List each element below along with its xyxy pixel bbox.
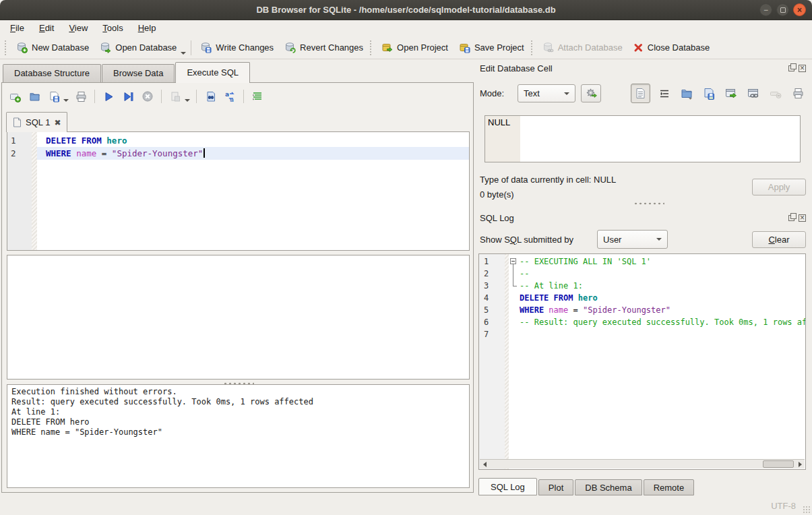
open-database-button[interactable]: Open Database (94, 40, 182, 55)
clear-log-button[interactable]: Clear (752, 231, 806, 248)
open-project-button[interactable]: Open Project (376, 40, 454, 55)
dock-splitter-handle[interactable] (633, 202, 664, 206)
sql-log-filter-value: User (603, 235, 651, 245)
tab-remote[interactable]: Remote (644, 479, 695, 495)
new-sql-tab-button[interactable] (6, 88, 24, 105)
toolbar-drag-handle[interactable] (531, 40, 533, 55)
float-dock-icon[interactable] (788, 65, 794, 71)
tab-db-schema[interactable]: DB Schema (575, 479, 642, 495)
tab-execute-sql[interactable]: Execute SQL (175, 62, 250, 83)
open-sql-file-button[interactable] (26, 88, 43, 105)
menu-view[interactable]: View (61, 20, 95, 36)
results-grid-pane[interactable] (7, 255, 470, 380)
sql-editor[interactable]: 12 DELETE FROM heroWHERE name = "Spider-… (7, 131, 470, 251)
statusbar: UTF-8 (0, 497, 812, 515)
write-changes-button[interactable]: Write Changes (195, 40, 279, 55)
write-changes-icon (200, 42, 212, 53)
save-sql-dropdown-icon[interactable] (63, 99, 69, 102)
sql-log-filter-select[interactable]: User (597, 230, 668, 249)
revert-changes-icon (284, 42, 296, 53)
stop-execution-button (139, 88, 156, 105)
text-mode-toggle[interactable] (631, 84, 650, 103)
mode-select[interactable]: Text (518, 84, 575, 102)
resize-grip[interactable] (803, 506, 810, 513)
toolbar-drag-handle[interactable] (5, 40, 7, 55)
scroll-left-icon[interactable] (480, 460, 489, 468)
cell-value-editor[interactable]: NULL (485, 115, 801, 162)
log-line-numbers: 1234567 (479, 255, 505, 340)
message-line: Result: query executed successfully. Too… (11, 397, 465, 407)
word-wrap-icon[interactable] (656, 86, 673, 102)
attach-database-icon (542, 42, 554, 53)
cell-value-text: NULL (488, 117, 510, 127)
maximize-icon[interactable] (776, 3, 789, 16)
horizontal-scrollbar[interactable] (480, 459, 805, 468)
execution-message-pane[interactable]: Execution finished without errors.Result… (7, 384, 470, 488)
close-sql-tab-icon[interactable]: ✖ (54, 119, 61, 127)
menu-help[interactable]: Help (131, 20, 164, 36)
export-cell-icon[interactable] (723, 86, 739, 102)
save-sql-file-button[interactable] (45, 88, 63, 105)
scrollbar-thumb[interactable] (763, 460, 794, 468)
code-line[interactable]: -- (509, 268, 805, 280)
close-database-button[interactable]: Close Database (628, 40, 716, 55)
close-dock-icon[interactable]: × (799, 65, 806, 72)
sql-log-filter-label: Show SQL submitted by (480, 235, 573, 245)
code-line[interactable]: DELETE FROM hero (37, 134, 469, 147)
open-database-dropdown-icon[interactable] (181, 52, 186, 55)
sql-editor-toolbar: aa (6, 87, 266, 106)
svg-text:a: a (225, 91, 229, 98)
sql-file-icon (13, 117, 22, 127)
float-dock-icon[interactable] (788, 215, 794, 221)
code-line[interactable]: -- Result: query executed successfully. … (509, 316, 805, 328)
save-cell-icon[interactable] (701, 86, 717, 102)
message-line: WHERE name = "Spider-Youngster" (11, 427, 465, 437)
maximize-glyph (780, 7, 786, 13)
code-line[interactable]: WHERE name = "Spider-Youngster" (509, 304, 805, 316)
save-results-button (166, 88, 184, 105)
tab-sql-log[interactable]: SQL Log (478, 478, 537, 495)
editor-gutter-divider (32, 132, 37, 250)
open-database-label: Open Database (115, 42, 177, 53)
close-icon[interactable]: × (793, 3, 806, 16)
code-line[interactable]: DELETE FROM hero (509, 292, 805, 304)
toolbar-drag-handle[interactable] (370, 40, 372, 55)
revert-changes-button[interactable]: Revert Changes (279, 40, 369, 55)
find-replace-button[interactable]: aa (221, 88, 239, 105)
log-code-lines[interactable]: -- EXECUTING ALL IN 'SQL 1'---- At line … (509, 255, 805, 458)
execute-line-button[interactable] (119, 88, 137, 105)
toolbar-separator (94, 90, 95, 103)
tab-database-structure[interactable]: Database Structure (3, 64, 101, 82)
find-button[interactable] (201, 88, 219, 105)
menu-file[interactable]: File (3, 20, 32, 36)
sql-doc-tab[interactable]: SQL 1 ✖ (6, 112, 67, 132)
new-database-button[interactable]: New Database (11, 40, 94, 55)
menu-edit[interactable]: Edit (32, 20, 61, 36)
open-url-link-icon[interactable] (745, 86, 761, 102)
sql-log-dock-titlebar: SQL Log × (480, 212, 806, 224)
line-number: 3 (479, 280, 505, 292)
sql-log-pane[interactable]: 1234567 -- EXECUTING ALL IN 'SQL 1'---- … (478, 253, 806, 470)
print-cell-icon[interactable] (790, 86, 806, 102)
code-line[interactable]: -- EXECUTING ALL IN 'SQL 1' (509, 255, 805, 268)
code-line[interactable]: -- At line 1: (509, 280, 805, 292)
tab-plot[interactable]: Plot (538, 479, 573, 495)
sql-doc-tab-bar: SQL 1 ✖ (6, 112, 67, 131)
execute-all-button[interactable] (100, 88, 117, 105)
auto-apply-gear-button[interactable] (581, 84, 601, 102)
code-line[interactable] (509, 328, 805, 340)
print-sql-button[interactable] (72, 88, 90, 105)
scroll-right-icon[interactable] (795, 460, 805, 468)
save-project-button[interactable]: Save Project (454, 40, 530, 55)
editor-code-lines[interactable]: DELETE FROM heroWHERE name = "Spider-You… (37, 134, 469, 250)
toolbar-separator (191, 40, 191, 55)
import-text-icon[interactable] (679, 86, 695, 102)
code-line[interactable]: WHERE name = "Spider-Youngster" (37, 147, 469, 160)
fold-marker[interactable] (510, 258, 516, 264)
menu-tools[interactable]: Tools (95, 20, 130, 36)
write-changes-label: Write Changes (216, 42, 274, 53)
format-sql-button[interactable] (249, 88, 266, 105)
minimize-icon[interactable]: − (759, 3, 772, 16)
close-dock-icon[interactable]: × (799, 214, 806, 222)
tab-browse-data[interactable]: Browse Data (102, 64, 175, 82)
